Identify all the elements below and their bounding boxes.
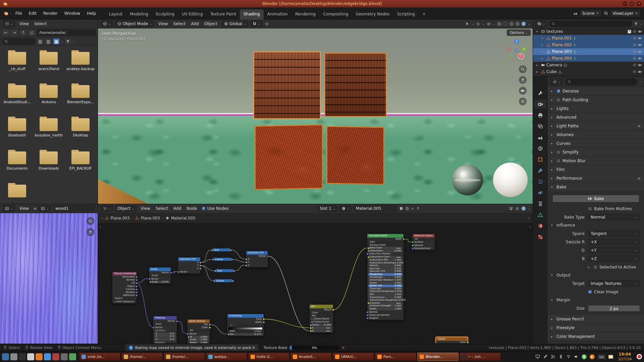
image-name-field[interactable]: wood1: [53, 205, 95, 212]
tray-icon[interactable]: [535, 354, 540, 359]
gizmo-y-axis[interactable]: Y: [522, 47, 527, 52]
editor-type-button[interactable]: ⌄: [550, 78, 563, 85]
outliner-row[interactable]: ▸ Plane.002: [533, 42, 644, 48]
viewlayer-selector[interactable]: ViewLayer✕: [610, 10, 641, 17]
node-row[interactable]: Vector: [246, 255, 268, 258]
workspace-tab[interactable]: Scripting: [393, 9, 419, 19]
tray-icon[interactable]: [566, 354, 571, 359]
node-row[interactable]: RGBLinear: [228, 330, 263, 333]
notes-tray-icon[interactable]: [608, 355, 613, 359]
menubar-menu[interactable]: Edit: [26, 10, 40, 17]
cancel-job-icon[interactable]: ✕: [342, 346, 345, 350]
material-name-field[interactable]: Material.005: [354, 205, 397, 212]
node-row[interactable]: X: [246, 258, 268, 261]
margin-size-slider[interactable]: 2 px: [588, 305, 640, 312]
tray-icon[interactable]: [558, 354, 563, 359]
workspace-tab[interactable]: Shading: [240, 9, 264, 19]
collection-checkbox[interactable]: [628, 30, 631, 34]
shader-menu[interactable]: Add: [171, 205, 183, 212]
camera-view-button[interactable]: [519, 87, 527, 95]
options-button[interactable]: Options⌄: [507, 29, 531, 36]
zoom-button[interactable]: [519, 65, 527, 73]
node-row[interactable]: Scale: [150, 275, 170, 277]
output-section-header[interactable]: ▾Output: [548, 271, 644, 279]
menubar-menu[interactable]: Render: [40, 10, 61, 17]
properties-tab[interactable]: [534, 188, 546, 197]
normal-map-image[interactable]: [0, 213, 98, 344]
node-row[interactable]: Window: [112, 291, 137, 294]
selected-to-active-checkbox[interactable]: [593, 265, 597, 269]
node-row[interactable]: Transmission Roughness0.000: [368, 299, 402, 302]
disclosure-triangle-icon[interactable]: ▸: [542, 37, 545, 40]
node-row[interactable]: Point: [154, 323, 176, 326]
node-row[interactable]: Alpha1.000: [368, 308, 402, 310]
node-row[interactable]: GGX: [368, 241, 402, 244]
taskbar-window-button[interactable]: Blender...: [417, 353, 459, 361]
node-row[interactable]: Color: [436, 341, 468, 343]
hamburger-icon[interactable]: ≡: [33, 206, 37, 211]
disclosure-triangle-icon[interactable]: ▸: [542, 57, 545, 60]
node-row[interactable]: Roughness0.500: [368, 273, 402, 276]
node-row[interactable]: IOR1.450: [368, 293, 402, 296]
node-row[interactable]: + −⌄: [228, 324, 263, 327]
outliner-row[interactable]: ▸ Plane.001: [533, 35, 644, 42]
properties-tab[interactable]: [534, 166, 546, 175]
eye-icon[interactable]: [633, 36, 637, 40]
margin-section-header[interactable]: ▾Margin: [548, 296, 644, 304]
breadcrumb-item[interactable]: Plane.003: [141, 216, 160, 221]
node-row[interactable]: Sheen Tint0.500: [368, 285, 402, 287]
region-toggle-icon[interactable]: ‹: [528, 216, 529, 221]
shader-node[interactable]: Noise TextureFacColor4DVectorW0.000Scale…: [187, 319, 210, 343]
unlink-icon[interactable]: ✕: [411, 207, 414, 210]
influence-dropdown[interactable]: +X⌄: [588, 239, 640, 245]
disable-in-renders-icon[interactable]: [638, 29, 642, 34]
zoom-button[interactable]: [87, 217, 94, 225]
disclosure-triangle-icon[interactable]: ▸: [536, 70, 540, 73]
node-row[interactable]: Mix: [311, 315, 332, 317]
wood-plane[interactable]: [325, 53, 386, 117]
outliner-row[interactable]: ▸ Plane.004: [533, 55, 644, 62]
node-row[interactable]: X: [178, 261, 200, 264]
node-row[interactable]: Location: [153, 329, 177, 332]
node-row[interactable]: B: [311, 330, 332, 333]
shader-node[interactable]: MappingVectorPointVectorLocationX0 mY0 m…: [153, 316, 177, 343]
bake-type-dropdown[interactable]: Normal⌄: [588, 214, 640, 220]
properties-tab[interactable]: [534, 100, 546, 109]
fake-user-shield-icon[interactable]: [399, 206, 403, 210]
properties-panel-header[interactable]: ▸ Simplify ≡: [548, 148, 644, 157]
shader-node[interactable]: Sine: [212, 248, 231, 252]
node-row[interactable]: 4D: [189, 329, 209, 332]
snapping-icon[interactable]: [509, 206, 513, 211]
editor-type-button[interactable]: ⌄: [101, 20, 113, 27]
taskbar-window-button[interactable]: /home/...: [121, 353, 163, 361]
mode-dropdown[interactable]: Object Mode⌄: [115, 20, 154, 27]
gizmo-z-axis[interactable]: Z: [514, 39, 519, 44]
node-row[interactable]: Color: [311, 312, 332, 314]
workspace-tab[interactable]: Modeling: [126, 9, 152, 19]
disable-in-renders-icon[interactable]: [638, 70, 642, 74]
taskbar-window-button[interactable]: wallpa...: [206, 353, 247, 361]
node-row[interactable]: Normal: [367, 311, 404, 314]
selectability-icon[interactable]: [465, 22, 470, 26]
node-row[interactable]: Color: [187, 326, 210, 329]
workspace-tab[interactable]: Compositing: [319, 9, 352, 19]
workspace-tab[interactable]: Sculpting: [152, 9, 178, 19]
panel-checkbox[interactable]: [556, 98, 560, 102]
use-nodes-checkbox[interactable]: [202, 206, 206, 210]
node-row[interactable]: Result: [310, 308, 333, 311]
properties-tab[interactable]: [534, 177, 546, 186]
viewport-menu[interactable]: View: [156, 21, 170, 27]
node-row[interactable]: Z: [178, 267, 200, 270]
folder-item[interactable]: Downloads: [33, 149, 64, 183]
folder-item[interactable]: BlenderExpo...: [65, 83, 96, 116]
shading-solid-button[interactable]: [509, 22, 514, 26]
region-toggle-icon[interactable]: ›: [101, 216, 103, 221]
influence-dropdown[interactable]: +Y⌄: [588, 247, 640, 253]
node-row[interactable]: Y: [178, 264, 200, 267]
shader-node[interactable]: Texture CoordinateGeneratedNormalUVObjec…: [112, 272, 137, 304]
properties-panel-header[interactable]: ▸ Path Guiding ≡: [548, 96, 644, 104]
material-browse-dropdown[interactable]: ⌄: [339, 205, 352, 212]
outliner-item-name[interactable]: Plane.002: [552, 43, 572, 47]
properties-tab[interactable]: [534, 199, 546, 208]
node-row[interactable]: Vector: [153, 320, 177, 323]
